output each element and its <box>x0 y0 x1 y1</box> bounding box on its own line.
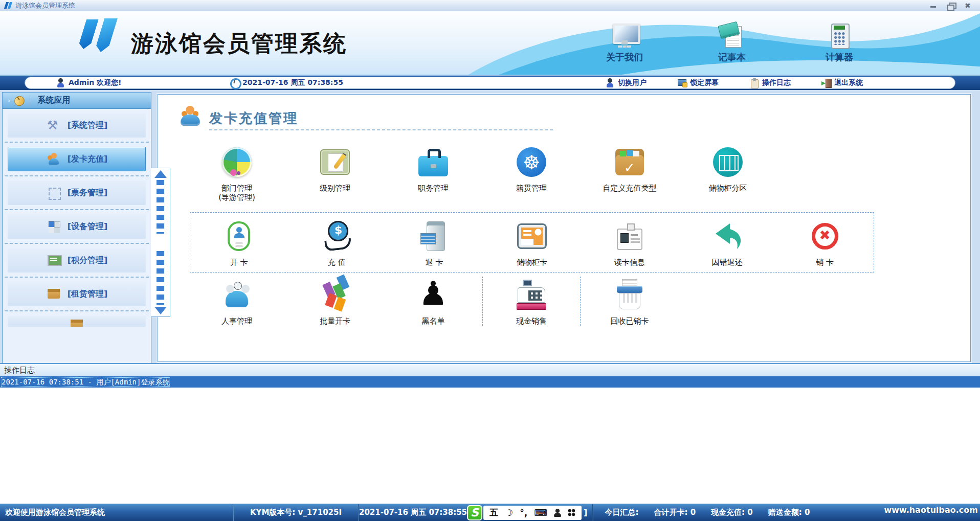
today-label: 今日汇总: <box>605 508 638 517</box>
tile-locker-card[interactable]: 储物柜卡 <box>483 218 581 267</box>
sidebar-item-partial[interactable] <box>8 315 146 327</box>
switch-user-icon <box>605 78 615 87</box>
tile-recharge[interactable]: 充 值 <box>288 218 386 267</box>
sogou-logo-icon[interactable]: S <box>467 505 482 520</box>
back-arrow-icon <box>711 218 743 255</box>
switch-user-button[interactable]: 切换用户 <box>605 78 647 87</box>
main-title-row: 发卡充值管理 <box>179 106 970 127</box>
scroll-up-icon[interactable] <box>154 170 167 178</box>
log-entry-row[interactable]: 2021-07-16 07:38:51 - 用户[Admin]登录系统 <box>0 376 980 388</box>
sidebar-item-card-recharge[interactable]: [发卡充值] <box>8 147 146 171</box>
scroll-track[interactable] <box>157 180 164 234</box>
tile-open-card[interactable]: 开 卡 <box>190 218 288 267</box>
dashed-divider <box>5 142 149 143</box>
tile-duty-mgmt[interactable]: 职务管理 <box>384 144 482 202</box>
tile-error-return[interactable]: 因错退还 <box>678 218 776 267</box>
user-bar: Admin 欢迎您! 2021-07-16 周五 07:38:55 切换用户 锁… <box>0 76 980 90</box>
tile-label: 人事管理 <box>221 316 252 326</box>
briefcase-icon <box>418 156 448 176</box>
tile-blacklist[interactable]: 黑名单 <box>384 277 482 326</box>
minimize-icon[interactable] <box>929 2 938 10</box>
scroll-down-icon[interactable] <box>154 307 167 314</box>
ime-mode[interactable]: 五 <box>489 507 498 518</box>
scattered-cards-icon <box>320 280 350 310</box>
ime-person-icon[interactable] <box>554 509 561 517</box>
tile-dept-mgmt[interactable]: 部门管理(导游管理) <box>188 144 286 202</box>
action-label: 切换用户 <box>618 78 647 87</box>
app-logo-icon <box>4 2 12 10</box>
clock-icon <box>230 78 239 87</box>
cash-register-icon <box>517 280 546 310</box>
divider <box>30 96 30 106</box>
sidebar-item-system-mgmt[interactable]: [系统管理] <box>8 113 146 138</box>
title-bar: 游泳馆会员管理系统 <box>0 0 980 11</box>
operation-log-button[interactable]: 操作日志 <box>749 78 791 87</box>
tile-batch-open-card[interactable]: 批量开卡 <box>286 277 384 326</box>
sidebar-item-label: [设备管理] <box>68 221 108 232</box>
exit-system-button[interactable]: 退出系统 <box>821 78 863 87</box>
shortcut-notepad[interactable]: 记事本 <box>704 24 760 63</box>
clipboard-icon <box>749 78 759 87</box>
function-row-2: 开 卡 充 值 退 卡 储物柜卡 <box>190 218 874 267</box>
app-title: 游泳馆会员管理系统 <box>131 29 347 59</box>
dashed-divider <box>5 175 149 176</box>
welcome-text: Admin 欢迎您! <box>69 78 121 87</box>
action-label: 退出系统 <box>834 78 863 87</box>
ime-pill: 五 °, <box>483 506 582 520</box>
main-panel: 发卡充值管理 部门管理(导游管理) 级别管理 职务管理 <box>158 94 971 362</box>
window-title: 游泳馆会员管理系统 <box>15 1 75 10</box>
sidebar-item-points-mgmt[interactable]: [积分管理] <box>8 248 146 273</box>
sidebar-item-ticket-mgmt[interactable]: [票务管理] <box>8 180 146 205</box>
ticket-frame-icon <box>46 186 61 200</box>
mouse-icon <box>12 95 26 106</box>
tile-return-card[interactable]: 退 卡 <box>386 218 483 267</box>
edit-board-icon <box>320 149 350 175</box>
close-icon[interactable] <box>964 2 973 10</box>
shortcut-label: 记事本 <box>718 51 746 63</box>
action-label: 操作日志 <box>762 78 791 87</box>
tile-cash-sale[interactable]: 现金销售 <box>482 277 581 326</box>
sidebar-header: › 系统应用 <box>3 93 151 109</box>
tile-level-mgmt[interactable]: 级别管理 <box>286 144 384 202</box>
people-group-icon <box>179 106 202 127</box>
ime-punct[interactable]: °, <box>520 508 527 518</box>
box-icon <box>46 287 61 301</box>
tile-custom-recharge-type[interactable]: 自定义充值类型 <box>581 144 679 202</box>
tile-label: 充 值 <box>328 258 346 267</box>
shortcut-label: 计算器 <box>826 51 853 63</box>
sidebar-item-label: [发卡充值] <box>68 154 108 165</box>
tile-label: 级别管理 <box>320 184 350 193</box>
tile-locker-zone[interactable]: 储物柜分区 <box>679 144 777 202</box>
tile-label: 自定义充值类型 <box>603 184 657 193</box>
header: 游泳馆会员管理系统 关于我们 记事本 计算器 <box>0 11 980 76</box>
ime-grid-icon[interactable] <box>568 509 575 516</box>
scroll-track[interactable] <box>157 251 164 305</box>
shortcut-about-us[interactable]: 关于我们 <box>596 24 653 63</box>
red-cross-icon <box>812 223 838 250</box>
collapse-icon[interactable]: › <box>8 97 10 104</box>
app-logo <box>77 18 121 56</box>
tile-hr-mgmt[interactable]: 人事管理 <box>188 277 286 326</box>
tile-recycle-cancelled-card[interactable]: 回收已销卡 <box>581 277 679 326</box>
maximize-icon[interactable] <box>946 2 955 10</box>
sidebar-scroller <box>151 168 170 317</box>
tile-label: 现金销售 <box>516 316 547 326</box>
folder-check-icon <box>615 149 644 175</box>
shortcut-calculator[interactable]: 计算器 <box>811 24 867 63</box>
keyboard-icon[interactable] <box>534 507 547 518</box>
tile-read-card-info[interactable]: 读卡信息 <box>581 218 678 267</box>
tile-label: 销 卡 <box>816 258 834 267</box>
ime-toolbar[interactable]: S 五 °, ] <box>467 505 592 520</box>
box-icon <box>69 318 84 327</box>
sidebar-item-device-mgmt[interactable]: [设备管理] <box>8 214 146 239</box>
shortcut-label: 关于我们 <box>606 51 643 63</box>
tile-label: 读卡信息 <box>614 258 645 267</box>
tile-native-place-mgmt[interactable]: 籍贯管理 <box>482 144 581 202</box>
monitor-icon <box>610 24 639 48</box>
tile-cancel-card[interactable]: 销 卡 <box>776 218 874 267</box>
status-bar: 欢迎使用游泳馆会员管理系统 KYM版本号: v_171025I 2021-07-… <box>0 504 980 521</box>
dashed-divider <box>5 310 149 311</box>
sidebar-item-rental-mgmt[interactable]: [租赁管理] <box>8 282 146 306</box>
moon-icon[interactable] <box>505 507 513 518</box>
lock-screen-button[interactable]: 锁定屏幕 <box>677 78 719 87</box>
